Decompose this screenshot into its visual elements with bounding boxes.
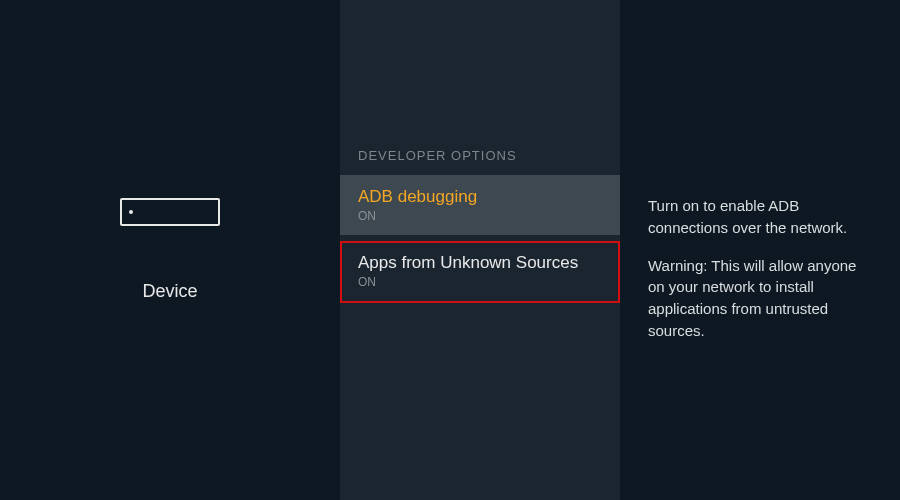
description-warning: Warning: This will allow anyone on your … xyxy=(648,255,872,342)
settings-list-panel: DEVELOPER OPTIONS ADB debugging ON Apps … xyxy=(340,0,620,500)
description-panel: Turn on to enable ADB connections over t… xyxy=(620,0,900,500)
device-icon xyxy=(120,198,220,226)
option-title: Apps from Unknown Sources xyxy=(358,253,602,273)
option-apps-unknown-sources[interactable]: Apps from Unknown Sources ON xyxy=(340,241,620,303)
description-text: Turn on to enable ADB connections over t… xyxy=(648,195,872,342)
option-title: ADB debugging xyxy=(358,187,602,207)
device-label: Device xyxy=(142,281,197,302)
option-adb-debugging[interactable]: ADB debugging ON xyxy=(340,175,620,235)
option-status: ON xyxy=(358,275,602,289)
left-panel: Device xyxy=(0,0,340,500)
option-status: ON xyxy=(358,209,602,223)
section-header: DEVELOPER OPTIONS xyxy=(340,148,620,175)
description-paragraph: Turn on to enable ADB connections over t… xyxy=(648,195,872,239)
